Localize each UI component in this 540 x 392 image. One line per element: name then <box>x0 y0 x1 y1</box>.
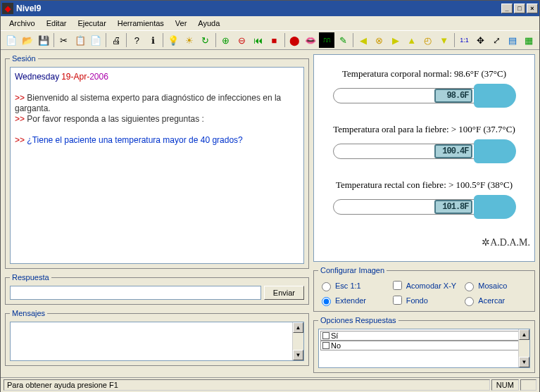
window-title: Nivel9 <box>16 4 41 13</box>
print-icon[interactable]: 🖨 <box>108 32 124 48</box>
status-help-text: Para obtener ayuda presione F1 <box>4 379 490 391</box>
bulb-icon[interactable]: 💡 <box>165 32 181 48</box>
list-item[interactable]: Sí <box>320 331 528 341</box>
help-icon[interactable]: ? <box>129 32 144 48</box>
adam-logo: ✲A.D.A.M. <box>318 236 530 248</box>
radio-acercar[interactable]: Acercar <box>461 293 530 307</box>
info-icon[interactable]: ℹ <box>145 32 161 48</box>
thermo-display-1: 98.6F <box>434 89 472 103</box>
nav-up-icon[interactable]: ▲ <box>404 32 420 48</box>
session-day: Wednesday <box>15 72 59 82</box>
minimize-button[interactable]: _ <box>501 4 513 13</box>
prompt-icon: >> <box>15 114 27 124</box>
fit-11-icon[interactable]: 1:1 <box>457 32 472 48</box>
status-bar: Para obtener ayuda presione F1 NUM <box>1 377 539 392</box>
save-icon[interactable]: 💾 <box>36 32 51 48</box>
menu-ver[interactable]: Ver <box>170 18 193 29</box>
list-item[interactable]: No <box>320 341 528 350</box>
radio-mosaico[interactable]: Mosaico <box>461 279 530 292</box>
config-legend: Configurar Imagen <box>318 266 387 274</box>
prompt-icon: >> <box>15 93 27 103</box>
mensajes-legend: Mensajes <box>10 309 47 317</box>
thermo-label-2: Temperatura oral para la fiebre: > 100°F… <box>318 124 530 135</box>
scroll-down-icon[interactable]: ▼ <box>519 357 529 367</box>
scroll-up-icon[interactable]: ▲ <box>519 329 529 340</box>
enviar-button[interactable]: Enviar <box>264 286 304 300</box>
menu-ejecutar[interactable]: Ejecutar <box>72 18 111 29</box>
close-button[interactable]: × <box>527 4 538 13</box>
desktop-icon[interactable]: ▤ <box>505 32 520 48</box>
nav-down-icon[interactable]: ▼ <box>437 32 452 48</box>
first-icon[interactable]: ⏮ <box>251 32 266 48</box>
grid-icon[interactable]: ▦ <box>521 32 536 48</box>
paste-icon[interactable]: 📄 <box>89 32 104 48</box>
title-bar: ◆ Nivel9 _ □ × <box>1 1 539 16</box>
thermometer-2: Temperatura oral para la fiebre: > 100°F… <box>318 124 530 165</box>
remove-icon[interactable]: ⊖ <box>234 32 250 48</box>
mensajes-textarea[interactable]: ▲ ▼ <box>10 322 304 361</box>
maximize-button[interactable]: □ <box>514 4 525 13</box>
add-icon[interactable]: ⊕ <box>218 32 234 48</box>
scrollbar[interactable]: ▲ ▼ <box>292 322 303 360</box>
mensajes-fieldset: Mensajes ▲ ▼ <box>5 309 309 366</box>
opciones-list[interactable]: Sí No ▲ ▼ <box>318 329 530 368</box>
nav-prev-yellow-icon[interactable]: ◀ <box>356 32 371 48</box>
config-fieldset: Configurar Imagen Esc 1:1 Acomodar X-Y M… <box>313 266 535 312</box>
status-empty <box>520 379 536 391</box>
session-fieldset: Sesión Wednesday 19-Apr-2006 >> Bienveni… <box>5 54 309 269</box>
fit-xy-icon[interactable]: ⤢ <box>489 32 504 48</box>
menu-ayuda[interactable]: Ayuda <box>192 18 225 29</box>
status-num: NUM <box>491 379 519 391</box>
thermometer-1: Temperatura corporal normal: 98.6°F (37°… <box>318 68 530 109</box>
session-date-day: 19-Apr- <box>61 72 89 82</box>
thermo-display-2: 100.4F <box>434 144 472 158</box>
refresh-icon[interactable]: ↻ <box>198 32 213 48</box>
opciones-fieldset: Opciones Respuestas Sí No ▲ ▼ <box>313 316 535 373</box>
checkbox-icon[interactable] <box>322 332 329 339</box>
move-icon[interactable]: ✥ <box>472 32 488 48</box>
session-legend: Sesión <box>10 54 38 63</box>
scroll-up-icon[interactable]: ▲ <box>293 322 303 333</box>
menu-bar: Archivo Editar Ejecutar Herramientas Ver… <box>1 16 539 30</box>
respuesta-input[interactable] <box>10 286 261 300</box>
session-date-year: 2006 <box>89 72 108 82</box>
menu-archivo[interactable]: Archivo <box>4 18 41 29</box>
menu-herramientas[interactable]: Herramientas <box>112 18 170 29</box>
open-icon[interactable]: 📂 <box>20 32 35 48</box>
menu-editar[interactable]: Editar <box>41 18 73 29</box>
question-text: ¿Tiene el paciente una temperatura mayor… <box>27 135 242 145</box>
welcome-line-2: Por favor responda a las siguientes preg… <box>27 114 203 124</box>
nav-cancel-icon[interactable]: ⊗ <box>372 32 387 48</box>
image-panel: Temperatura corporal normal: 98.6°F (37°… <box>313 54 535 262</box>
thermo-display-3: 101.8F <box>434 200 472 214</box>
check-fondo[interactable]: Fondo <box>390 293 459 307</box>
session-textarea[interactable]: Wednesday 19-Apr-2006 >> Bienvenido al s… <box>10 67 304 264</box>
wave-icon[interactable]: ⎍⎍ <box>319 32 334 48</box>
record-icon[interactable]: ⬤ <box>287 32 303 48</box>
respuesta-fieldset: Respuesta Enviar <box>5 273 309 305</box>
radio-extender[interactable]: Extender <box>318 293 387 307</box>
prompt-icon: >> <box>15 135 27 145</box>
stop-icon[interactable]: ■ <box>267 32 282 48</box>
clock-icon[interactable]: ◴ <box>420 32 436 48</box>
thermo-label-3: Temperatura rectal con fiebre: > 100.5°F… <box>318 179 530 191</box>
thermometer-3: Temperatura rectal con fiebre: > 100.5°F… <box>318 179 530 220</box>
sun-icon[interactable]: ☀ <box>182 32 197 48</box>
nav-next-yellow-icon[interactable]: ▶ <box>388 32 403 48</box>
check-acomodar[interactable]: Acomodar X-Y <box>390 279 459 292</box>
opciones-legend: Opciones Respuestas <box>318 316 398 324</box>
pen-icon[interactable]: ✎ <box>335 32 351 48</box>
thermo-label-1: Temperatura corporal normal: 98.6°F (37°… <box>318 68 530 80</box>
app-icon: ◆ <box>2 3 13 14</box>
checkbox-icon[interactable] <box>322 342 329 349</box>
scrollbar[interactable]: ▲ ▼ <box>518 329 529 367</box>
lips-icon[interactable]: 👄 <box>303 32 318 48</box>
cut-icon[interactable]: ✂ <box>56 32 72 48</box>
toolbar: 📄 📂 💾 ✂ 📋 📄 🖨 ? ℹ 💡 ☀ ↻ ⊕ ⊖ ⏮ ■ ⬤ 👄 ⎍⎍ ✎… <box>1 30 539 50</box>
new-icon[interactable]: 📄 <box>4 32 19 48</box>
radio-esc[interactable]: Esc 1:1 <box>318 279 387 292</box>
scroll-down-icon[interactable]: ▼ <box>293 350 303 360</box>
respuesta-legend: Respuesta <box>10 273 51 282</box>
copy-icon[interactable]: 📋 <box>73 32 88 48</box>
welcome-line-1: Bienvenido al sistema experto para diagn… <box>15 93 281 113</box>
